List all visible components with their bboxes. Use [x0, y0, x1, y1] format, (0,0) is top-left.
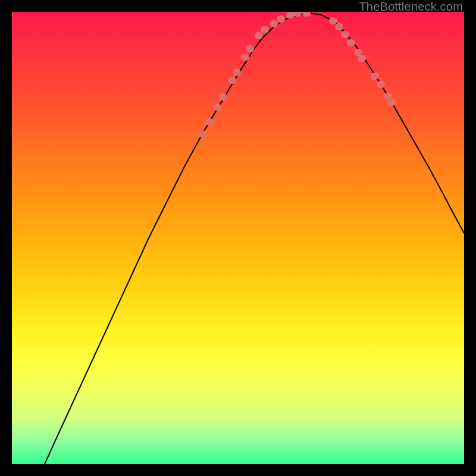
svg-rect-10 [270, 20, 278, 27]
svg-rect-1 [205, 118, 214, 126]
svg-rect-8 [255, 32, 263, 39]
svg-rect-17 [341, 31, 349, 38]
svg-rect-15 [329, 17, 337, 24]
svg-rect-21 [371, 73, 379, 80]
chart-svg [12, 12, 464, 464]
svg-rect-2 [213, 104, 221, 111]
chart-container: TheBottleneck.com [0, 0, 476, 476]
svg-rect-14 [302, 12, 311, 17]
svg-rect-7 [246, 45, 254, 52]
svg-rect-5 [233, 69, 241, 76]
plot-area [12, 12, 464, 464]
svg-rect-0 [198, 130, 206, 137]
svg-rect-16 [335, 23, 343, 30]
svg-rect-9 [261, 26, 269, 33]
svg-rect-12 [286, 12, 295, 18]
svg-rect-6 [241, 54, 249, 61]
highlight-dots [198, 12, 396, 137]
svg-rect-20 [358, 55, 366, 62]
watermark-text: TheBottleneck.com [359, 0, 463, 14]
svg-rect-3 [219, 93, 227, 101]
svg-rect-18 [347, 39, 355, 46]
svg-rect-4 [228, 77, 236, 84]
svg-rect-24 [387, 99, 396, 106]
curve-line [45, 13, 464, 464]
svg-rect-11 [277, 15, 285, 23]
svg-rect-22 [377, 81, 385, 88]
